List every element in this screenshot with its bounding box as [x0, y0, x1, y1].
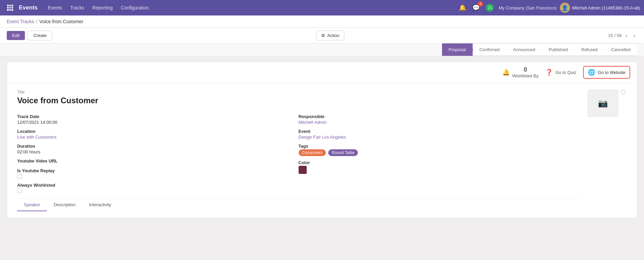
go-to-quiz-button[interactable]: ❓ Go to Quiz: [545, 69, 576, 76]
checkbox-always-wishlisted[interactable]: [17, 188, 22, 193]
nav-reporting[interactable]: Reporting: [89, 3, 116, 12]
field-youtube-url-label: Youtube Video URL: [17, 158, 299, 163]
tab-speaker[interactable]: Speaker: [17, 199, 47, 211]
title-label: Title: [17, 90, 580, 95]
main-content: 🔔 0 Wishlisted By ❓ Go to Quiz 🌐 Go to W…: [0, 56, 644, 249]
quiz-icon: ❓: [545, 69, 553, 76]
field-color-label: Color: [299, 160, 580, 165]
nav-configuration[interactable]: Configuration: [117, 3, 152, 12]
go-to-website-button[interactable]: 🌐 Go to Website: [583, 66, 630, 79]
prev-record-button[interactable]: ‹: [623, 32, 629, 39]
field-youtube-replay-label: Is Youtube Replay: [17, 168, 299, 173]
field-responsible-label: Responsible: [299, 114, 580, 119]
messages-button[interactable]: 💬 6: [471, 3, 481, 13]
wishlisted-by-button[interactable]: 🔔 0 Wishlisted By: [502, 66, 539, 78]
field-location: Location Live with Customers: [17, 127, 299, 142]
fields-right: Responsible Mitchell Admin Event Design …: [299, 112, 580, 195]
field-track-date-value: 12/07/2021 14:00:00: [17, 120, 299, 125]
nav-tracks[interactable]: Tracks: [67, 3, 88, 12]
status-proposal[interactable]: Proposal: [442, 43, 473, 56]
breadcrumb-current: Voice from Customer: [39, 19, 83, 24]
messages-badge: 6: [478, 1, 483, 7]
app-name: Events: [19, 4, 38, 11]
status-bar: Proposal Confirmed Announced Published R…: [0, 43, 644, 56]
form-tabs: Speaker Description Interactivity: [17, 198, 580, 211]
field-track-date-label: Track Date: [17, 114, 299, 119]
field-track-date: Track Date 12/07/2021 14:00:00: [17, 112, 299, 127]
action-button[interactable]: ⚙ Action: [316, 31, 344, 40]
field-duration-value: 02:00 hours: [17, 149, 299, 154]
fields-grid: Track Date 12/07/2021 14:00:00 Location …: [17, 112, 580, 195]
tag-consumers[interactable]: Consumers: [299, 149, 326, 156]
form-body: Title Voice from Customer Track Date 12/…: [7, 83, 637, 218]
field-event-label: Event: [299, 129, 580, 134]
next-record-button[interactable]: ›: [632, 32, 637, 39]
globe-icon: 🌐: [588, 69, 595, 76]
field-tags: Tags Consumers Round Table: [299, 142, 580, 158]
title-value: Voice from Customer: [17, 96, 580, 105]
status-cancelled[interactable]: Cancelled: [604, 43, 637, 56]
field-youtube-url: Youtube Video URL: [17, 156, 299, 166]
user-name: Mitchell Admin (11485380-15-0-all): [572, 5, 640, 10]
field-location-value[interactable]: Live with Customers: [17, 135, 299, 140]
tab-description[interactable]: Description: [47, 199, 82, 211]
activity-badge: 21: [486, 4, 494, 12]
field-color: Color: [299, 158, 580, 176]
status-announced[interactable]: Announced: [506, 43, 542, 56]
quiz-label: Go to Quiz: [555, 70, 576, 75]
wishlisted-label: Wishlisted By: [512, 73, 539, 78]
tag-roundtable[interactable]: Round Table: [328, 149, 358, 156]
nav-events[interactable]: Events: [44, 3, 66, 12]
breadcrumb-bar: Event Tracks / Voice from Customer: [0, 15, 644, 28]
fields-left: Track Date 12/07/2021 14:00:00 Location …: [17, 112, 299, 195]
form-main: Title Voice from Customer Track Date 12/…: [17, 90, 580, 211]
wishlisted-count: 0: [524, 66, 527, 73]
activity-button[interactable]: 21: [484, 2, 495, 13]
toolbar: Edit Create ⚙ Action 15 / 59 ‹ ›: [0, 28, 644, 43]
breadcrumb-parent[interactable]: Event Tracks: [7, 19, 34, 24]
field-responsible-value[interactable]: Mitchell Admin: [299, 120, 580, 125]
form-sidebar: 📷: [586, 90, 627, 211]
field-duration: Duration 02:00 hours: [17, 142, 299, 156]
gear-icon: ⚙: [321, 33, 325, 38]
field-always-wishlisted-label: Always Wishlisted: [17, 183, 299, 188]
notification-bell-button[interactable]: 🔔: [457, 3, 468, 13]
camera-icon: 📷: [598, 99, 608, 108]
field-location-label: Location: [17, 129, 299, 134]
status-published[interactable]: Published: [542, 43, 575, 56]
image-radio-button[interactable]: [621, 90, 625, 95]
bell-icon: 🔔: [502, 69, 510, 76]
breadcrumb-separator: /: [36, 19, 37, 24]
user-avatar: 👤: [560, 3, 570, 13]
form-card: 🔔 0 Wishlisted By ❓ Go to Quiz 🌐 Go to W…: [7, 62, 637, 218]
tab-interactivity[interactable]: Interactivity: [82, 199, 118, 211]
field-is-youtube-replay: Is Youtube Replay: [17, 166, 299, 181]
field-always-wishlisted-checkbox[interactable]: [17, 188, 299, 193]
top-navigation: Events Events Tracks Reporting Configura…: [0, 0, 644, 15]
app-grid-icon[interactable]: [4, 2, 16, 14]
field-event-value[interactable]: Design Fair Los Angeles: [299, 135, 580, 140]
company-name: My Company (San Francisco): [499, 5, 556, 10]
field-responsible: Responsible Mitchell Admin: [299, 112, 580, 127]
field-event: Event Design Fair Los Angeles: [299, 127, 580, 142]
field-always-wishlisted: Always Wishlisted: [17, 181, 299, 195]
status-confirmed[interactable]: Confirmed: [473, 43, 506, 56]
color-swatch[interactable]: [299, 166, 307, 174]
field-duration-label: Duration: [17, 144, 299, 149]
field-youtube-replay-checkbox[interactable]: [17, 174, 299, 179]
field-tags-label: Tags: [299, 144, 580, 149]
status-refused[interactable]: Refused: [575, 43, 604, 56]
record-counter: 15 / 59 ‹ ›: [608, 32, 637, 39]
card-action-bar: 🔔 0 Wishlisted By ❓ Go to Quiz 🌐 Go to W…: [7, 62, 637, 83]
website-label: Go to Website: [598, 70, 625, 75]
image-placeholder[interactable]: 📷: [588, 90, 618, 117]
edit-button[interactable]: Edit: [7, 31, 25, 40]
user-menu[interactable]: 👤 Mitchell Admin (11485380-15-0-all): [560, 3, 640, 13]
field-tags-value: Consumers Round Table: [299, 149, 580, 156]
create-button[interactable]: Create: [28, 31, 52, 40]
checkbox-youtube-replay[interactable]: [17, 174, 22, 179]
